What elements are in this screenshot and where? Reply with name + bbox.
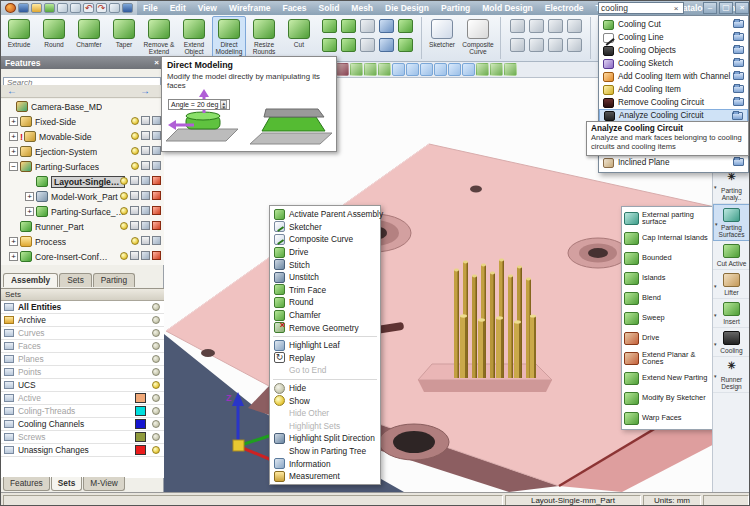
set-visibility-bulb-icon[interactable] [152, 355, 160, 363]
bottom-tab-m-view[interactable]: M-View [83, 477, 125, 491]
ctx-sketcher[interactable]: Sketcher [270, 221, 380, 234]
visibility-bulb-icon[interactable] [120, 177, 128, 185]
dd-remove-cooling-circuit[interactable]: Remove Cooling Circuit [599, 96, 748, 109]
set-row-active[interactable]: Active [1, 392, 164, 405]
extrude-button[interactable]: Extrude [2, 16, 36, 61]
bottom-tab-sets[interactable]: Sets [51, 477, 83, 491]
tree-item-model-work-part[interactable]: Model-Work_Part [1, 189, 164, 204]
tree-item-core-insert-conformal[interactable]: Core-Insert-Conformal [1, 249, 164, 264]
rtb-lifter[interactable]: ▾Lifter [713, 270, 750, 299]
set-visibility-bulb-icon[interactable] [152, 368, 160, 376]
frame-icon[interactable] [141, 131, 150, 140]
rtb-cut-active[interactable]: Cut Active [713, 241, 750, 270]
command-search-box[interactable]: × [598, 2, 684, 14]
pick-feature-icon[interactable] [406, 63, 419, 76]
color-swatch[interactable] [135, 406, 146, 416]
visibility-bulb-icon[interactable] [131, 237, 139, 245]
tree-item-layout-single-mm[interactable]: Layout-Single-mm [1, 174, 164, 189]
tree-item-ejection-system[interactable]: Ejection-System [1, 144, 164, 159]
tree-item-process[interactable]: Process [1, 234, 164, 249]
set-row-cooling-channels[interactable]: Cooling Channels [1, 418, 164, 431]
set-visibility-bulb-icon[interactable] [152, 420, 160, 428]
rtb-parting-surfaces[interactable]: ▾Parting Surfaces [713, 204, 750, 241]
shape-tool-icon[interactable] [322, 19, 337, 33]
ctx-replay[interactable]: Replay [270, 352, 380, 365]
layers-icon[interactable] [152, 146, 161, 155]
menu-die-design[interactable]: Die Design [379, 1, 435, 15]
resize-rounds-button[interactable]: Resize Rounds [247, 16, 281, 61]
label-tool-icon[interactable] [529, 19, 544, 33]
zoom-tool-icon[interactable] [529, 38, 544, 52]
color-swatch[interactable] [135, 393, 146, 403]
sets-column-header[interactable]: Sets [1, 289, 164, 301]
layers-icon[interactable] [152, 161, 161, 170]
taper-button[interactable]: Taper [107, 16, 141, 61]
ctx-remove-geometry[interactable]: Remove Geometry [270, 321, 380, 334]
layers-icon[interactable] [141, 176, 150, 185]
tree-item-fixed-side[interactable]: Fixed-Side [1, 114, 164, 129]
set-row-screws[interactable]: Screws [1, 431, 164, 444]
set-visibility-bulb-icon[interactable] [152, 342, 160, 350]
pick-assembly-icon[interactable] [448, 63, 461, 76]
frame-icon[interactable] [130, 206, 139, 215]
cut-button[interactable]: Cut [282, 16, 316, 61]
round-button[interactable]: Round [37, 16, 71, 61]
set-visibility-bulb-icon[interactable] [152, 329, 160, 337]
shape-tool-icon[interactable] [398, 38, 413, 52]
category-folder-icon[interactable] [733, 158, 744, 166]
frame-icon[interactable] [130, 176, 139, 185]
shape-tool-icon[interactable] [360, 38, 375, 52]
layers-icon[interactable] [141, 221, 150, 230]
panel-close-icon[interactable]: × [154, 58, 159, 67]
state-icon[interactable] [152, 206, 161, 215]
layers-icon[interactable] [141, 191, 150, 200]
set-row-ucs[interactable]: UCS [1, 379, 164, 392]
frame-icon[interactable] [141, 146, 150, 155]
dd-cooling-sketch[interactable]: Cooling Sketch [599, 57, 748, 70]
dimension-tool-icon[interactable] [510, 19, 525, 33]
state-icon[interactable] [152, 176, 161, 185]
search-input[interactable] [599, 3, 671, 13]
set-visibility-bulb-icon[interactable] [152, 407, 160, 415]
fly-modify-by-sketcher[interactable]: Modify By Sketcher [622, 388, 714, 408]
frame-icon[interactable] [141, 116, 150, 125]
dd-cooling-line[interactable]: Cooling Line [599, 31, 748, 44]
shape-tool-icon[interactable] [360, 19, 375, 33]
search-clear-icon[interactable]: × [671, 4, 681, 13]
frame-icon[interactable] [130, 221, 139, 230]
note-tool-icon[interactable] [548, 38, 563, 52]
pick-face-icon[interactable] [392, 63, 405, 76]
set-visibility-bulb-icon[interactable] [152, 381, 160, 389]
nav-forward-icon[interactable]: → [140, 85, 150, 97]
category-folder-icon[interactable] [733, 85, 744, 93]
print-icon[interactable] [57, 3, 68, 13]
set-row-all-entities[interactable]: All Entities [1, 301, 164, 314]
undo-icon[interactable]: ↶ [83, 3, 94, 13]
shape-tool-icon[interactable] [322, 38, 337, 52]
color-swatch[interactable] [135, 445, 146, 455]
open-icon[interactable] [31, 3, 42, 13]
visibility-bulb-icon[interactable] [120, 222, 128, 230]
menu-mold-design[interactable]: Mold Design [476, 1, 539, 15]
rtb-cooling[interactable]: ▾Cooling [713, 328, 750, 357]
pick-edge-icon[interactable] [378, 63, 391, 76]
pick-all-icon[interactable] [462, 63, 475, 76]
ctx-show[interactable]: Show [270, 394, 380, 407]
ctx-highlight-split-direction[interactable]: Highlight Split Direction [270, 432, 380, 445]
state-icon[interactable] [152, 251, 161, 260]
remove-extend-button[interactable]: Remove & Extend [142, 16, 176, 61]
pick-body-icon[interactable] [420, 63, 433, 76]
set-row-planes[interactable]: Planes [1, 353, 164, 366]
minimize-button[interactable] [703, 2, 717, 14]
set-row-faces[interactable]: Faces [1, 340, 164, 353]
set-row-curves[interactable]: Curves [1, 327, 164, 340]
tree-item-movable-side[interactable]: !Movable-Side [1, 129, 164, 144]
layers-icon[interactable] [141, 206, 150, 215]
direct-modeling-button[interactable]: Direct Modeling [212, 16, 246, 61]
expander-icon[interactable] [25, 207, 34, 216]
layers-icon[interactable] [152, 131, 161, 140]
bottom-tab-features[interactable]: Features [3, 477, 50, 491]
menu-edit[interactable]: Edit [164, 1, 192, 15]
shape-tool-icon[interactable] [379, 19, 394, 33]
tab-parting[interactable]: Parting [93, 273, 135, 287]
